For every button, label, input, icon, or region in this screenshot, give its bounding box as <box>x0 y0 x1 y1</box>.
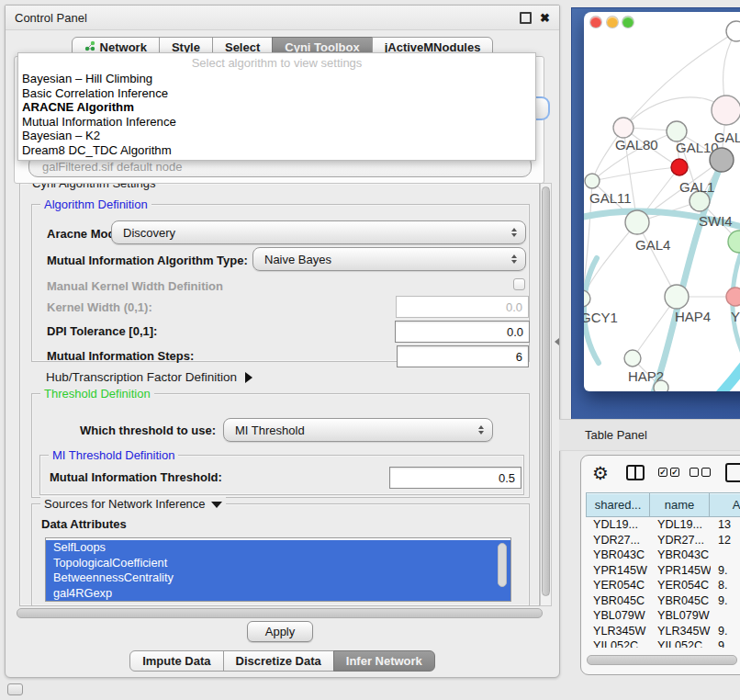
table-cell[interactable]: 12 <box>711 534 740 547</box>
splitter-handle[interactable] <box>555 338 559 345</box>
dpi-tolerance-field[interactable]: 0.0 <box>395 321 530 343</box>
node-unlabeled-top[interactable] <box>726 21 740 41</box>
table-cell[interactable]: 9. <box>711 625 740 638</box>
table-row[interactable]: YER054CYER054C8. <box>586 578 740 593</box>
table-cell[interactable]: 9. <box>711 594 740 607</box>
table-row[interactable]: YBR045CYBR045C9. <box>586 593 740 609</box>
table-cell[interactable]: YBR045C <box>650 594 711 607</box>
table-cell[interactable]: 9 <box>711 639 740 648</box>
node-swi4[interactable] <box>728 231 740 253</box>
control-panel-titlebar: Control Panel ✖ <box>6 6 559 30</box>
mi-steps-field[interactable]: 6 <box>397 345 529 367</box>
mac-minimize-button[interactable] <box>607 17 618 28</box>
table-row[interactable]: YBR043CYBR043C <box>586 548 740 563</box>
scrollbar-thumb[interactable] <box>587 655 737 665</box>
float-panel-icon[interactable] <box>520 12 532 24</box>
split-columns-icon[interactable] <box>626 465 645 480</box>
mac-zoom-button[interactable] <box>622 17 633 28</box>
algorithm-option-aracne-algorithm[interactable]: ARACNE Algorithm <box>18 100 535 115</box>
deselect-all-icon[interactable] <box>690 468 711 477</box>
node-unlabeled-bottom[interactable] <box>654 380 668 391</box>
table-cell[interactable]: YDL19... <box>650 518 711 531</box>
page-icon[interactable] <box>725 463 740 482</box>
column-header-shared[interactable]: shared... <box>586 492 650 517</box>
attribute-item-betweennesscentrality[interactable]: BetweennessCentrality <box>46 570 510 586</box>
aracne-mode-combo[interactable]: Discovery <box>111 220 526 244</box>
table-row[interactable]: YDR27...YDR27...12 <box>586 533 740 548</box>
attribute-item-topologicalcoefficient[interactable]: TopologicalCoefficient <box>46 556 510 571</box>
kernel-width-field[interactable]: 0.0 <box>396 296 529 318</box>
table-cell[interactable]: 8. <box>711 579 740 592</box>
mi-threshold-field[interactable]: 0.5 <box>389 467 521 489</box>
table-cell[interactable]: YPR145W <box>586 564 650 577</box>
list-scrollbar[interactable] <box>498 543 507 587</box>
table-cell[interactable]: YIL052C <box>586 639 650 648</box>
node-red[interactable] <box>671 159 688 175</box>
node-y-clipped[interactable] <box>726 288 740 306</box>
algorithm-option-bayesian-k2[interactable]: Bayesian – K2 <box>18 129 535 143</box>
sources-group-title[interactable]: Sources for Network Inference <box>40 497 226 511</box>
node-hap2[interactable] <box>624 350 641 367</box>
attribute-item-gal4rgexp[interactable]: gal4RGexp <box>46 586 510 602</box>
table-cell[interactable]: YBR045C <box>586 594 650 607</box>
table-horizontal-scrollbar[interactable] <box>585 654 739 665</box>
table-cell[interactable]: YER054C <box>586 579 650 592</box>
table-cell[interactable]: 9. <box>711 564 740 577</box>
node-gal10[interactable] <box>667 121 687 141</box>
table-cell[interactable]: YLR345W <box>586 625 650 638</box>
table-cell[interactable]: YLR345W <box>650 625 711 638</box>
node-gal-clipped[interactable] <box>712 96 740 125</box>
table-cell[interactable]: YPR145W <box>650 564 711 577</box>
algorithm-option-mutual-information-inference[interactable]: Mutual Information Inference <box>18 115 535 130</box>
gear-icon[interactable]: ⚙ <box>592 461 609 485</box>
column-header-a[interactable]: A <box>709 492 740 517</box>
table-cell[interactable]: 13 <box>711 518 740 531</box>
algorithm-option-bayesian-hill-climbing[interactable]: Bayesian – Hill Climbing <box>18 72 535 86</box>
table-row[interactable]: YDL19...YDL19...13 <box>586 517 740 533</box>
hub-definition-expander[interactable]: Hub/Transcription Factor Definition <box>46 370 252 384</box>
settings-vertical-scrollbar[interactable] <box>540 183 552 606</box>
column-header-name[interactable]: name <box>649 492 710 517</box>
tab-infer-network[interactable]: Infer Network <box>333 650 435 672</box>
table-row[interactable]: YIL052CYIL052C9 <box>586 638 740 648</box>
table-cell[interactable]: YBR043C <box>650 548 711 561</box>
inference-algorithm-combo-fragment[interactable] <box>534 96 550 120</box>
node-gray[interactable] <box>710 148 734 172</box>
table-cell[interactable]: YDR27... <box>586 534 650 547</box>
network-view-window[interactable]: GALGAL80GAL10GAL1GAL11SWI4GAL4GCY1HAP4YH… <box>584 12 740 391</box>
algorithm-option-basic-correlation-inference[interactable]: Basic Correlation Inference <box>18 86 535 101</box>
table-row[interactable]: YPR145WYPR145W9. <box>586 563 740 579</box>
apply-button[interactable]: Apply <box>247 621 313 642</box>
scrollbar-thumb[interactable] <box>17 608 543 618</box>
attribute-item-selfloops[interactable]: SelfLoops <box>46 540 510 556</box>
table-cell[interactable]: YBL079W <box>650 609 711 622</box>
mi-algorithm-type-combo[interactable]: Naive Bayes <box>252 247 526 271</box>
table-cell[interactable]: YBR043C <box>586 548 650 561</box>
table-cell[interactable]: YBL079W <box>586 609 650 622</box>
which-threshold-combo[interactable]: MI Threshold <box>223 418 493 442</box>
close-panel-icon[interactable]: ✖ <box>540 12 550 24</box>
table-cell[interactable]: YDL19... <box>586 518 650 531</box>
manual-kernel-checkbox[interactable] <box>513 278 525 290</box>
tab-label: Discretize Data <box>236 654 321 668</box>
tab-impute-data[interactable]: Impute Data <box>129 650 223 672</box>
table-cell[interactable]: YER054C <box>650 579 711 592</box>
node-gal11[interactable] <box>585 174 600 188</box>
mac-close-button[interactable] <box>590 17 601 28</box>
scrollbar-thumb[interactable] <box>542 186 550 596</box>
table-row[interactable]: YLR345WYLR345W9. <box>586 624 740 639</box>
threshold-definition-title: Threshold Definition <box>40 387 154 401</box>
tab-discretize-data[interactable]: Discretize Data <box>223 650 334 672</box>
node-gcy1[interactable] <box>584 290 590 307</box>
network-canvas[interactable]: GALGAL80GAL10GAL1GAL11SWI4GAL4GCY1HAP4YH… <box>584 12 740 391</box>
table-cell[interactable]: YIL052C <box>650 639 711 648</box>
table-row[interactable]: YBL079WYBL079W <box>586 608 740 624</box>
node-hap4[interactable] <box>665 285 689 309</box>
settings-horizontal-scrollbar[interactable] <box>15 607 544 618</box>
node-gal80[interactable] <box>613 118 633 138</box>
select-all-icon[interactable]: ✓✓ <box>658 468 679 477</box>
table-cell[interactable]: YDR27... <box>650 534 711 547</box>
collapsed-panel-icon[interactable] <box>7 683 23 695</box>
node-gal4[interactable] <box>625 210 649 234</box>
algorithm-option-dream8-dc-tdc-algorithm[interactable]: Dream8 DC_TDC Algorithm <box>18 143 535 158</box>
